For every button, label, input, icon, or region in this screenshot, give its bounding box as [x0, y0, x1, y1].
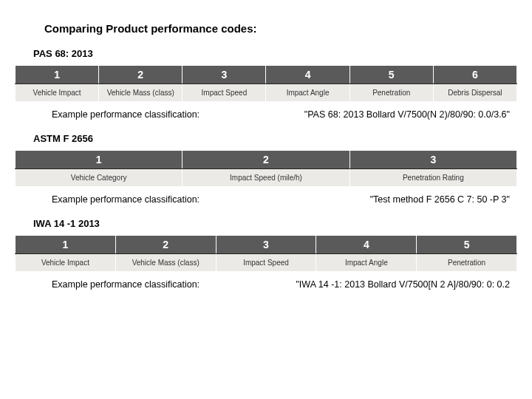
col-desc: Vehicle Category [16, 169, 183, 187]
col-num: 2 [99, 66, 183, 84]
code-table: 1 2 3 Vehicle Category Impact Speed (mil… [15, 150, 517, 187]
example-label: Example performance classification: [52, 109, 200, 120]
col-desc: Penetration [349, 84, 433, 102]
col-desc: Impact Angle [266, 84, 349, 102]
col-num: 1 [16, 66, 99, 84]
col-desc: Vehicle Mass (class) [115, 254, 216, 272]
col-num: 2 [183, 151, 349, 169]
col-num: 1 [16, 151, 183, 169]
col-desc: Impact Speed [183, 84, 266, 102]
col-num: 2 [115, 236, 216, 254]
example-value: "PAS 68: 2013 Bollard V/7500(N 2)/80/90:… [304, 109, 510, 120]
col-num: 3 [183, 66, 266, 84]
col-desc: Impact Speed [216, 254, 316, 272]
example-row: Example performance classification: "IWA… [15, 279, 517, 290]
section-heading: IWA 14 -1 2013 [33, 218, 517, 229]
col-desc: Impact Speed (mile/h) [183, 169, 349, 187]
example-label: Example performance classification: [52, 279, 200, 290]
col-desc: Vehicle Impact [16, 254, 116, 272]
col-num: 3 [216, 236, 316, 254]
example-row: Example performance classification: "PAS… [15, 109, 517, 120]
col-num: 4 [266, 66, 349, 84]
code-table: 1 2 3 4 5 6 Vehicle Impact Vehicle Mass … [15, 65, 517, 102]
section-heading: PAS 68: 2013 [33, 48, 517, 59]
section-heading: ASTM F 2656 [33, 133, 517, 144]
col-num: 4 [316, 236, 417, 254]
page-title: Comparing Product performance codes: [44, 22, 517, 35]
col-desc: Penetration Rating [349, 169, 516, 187]
example-value: "Test method F 2656 C 7: 50 -P 3" [370, 194, 510, 205]
code-table: 1 2 3 4 5 Vehicle Impact Vehicle Mass (c… [15, 235, 517, 272]
example-row: Example performance classification: "Tes… [15, 194, 517, 205]
col-desc: Debris Dispersal [433, 84, 516, 102]
example-value: "IWA 14 -1: 2013 Bollard V/7500[N 2 A]/8… [296, 279, 510, 290]
col-num: 1 [16, 236, 116, 254]
col-desc: Vehicle Mass (class) [99, 84, 183, 102]
col-desc: Vehicle Impact [16, 84, 99, 102]
col-desc: Penetration [417, 254, 517, 272]
col-num: 5 [349, 66, 433, 84]
col-num: 3 [349, 151, 516, 169]
col-desc: Impact Angle [316, 254, 417, 272]
col-num: 5 [417, 236, 517, 254]
col-num: 6 [433, 66, 516, 84]
example-label: Example performance classification: [52, 194, 200, 205]
